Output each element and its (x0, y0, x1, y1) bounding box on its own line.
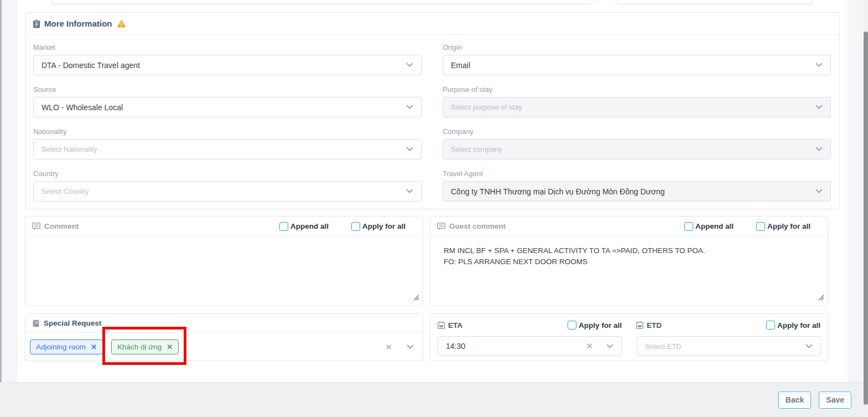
eta-select[interactable]: 14:30 ✕ (438, 336, 622, 356)
comment-textarea[interactable] (25, 236, 423, 306)
etd-apply-for-all-checkbox[interactable]: Apply for all (766, 321, 820, 330)
field-label-source: Source (33, 85, 422, 94)
calendar-icon (636, 321, 643, 329)
chevron-down-icon (815, 147, 823, 152)
calendar-icon (438, 321, 445, 329)
special-request-header: Special Request (25, 314, 423, 333)
scrollbar-track[interactable] (864, 0, 868, 417)
guest-comment-textarea[interactable]: RM INCL BF + SPA + GENERAL ACTIVITY TO T… (430, 236, 828, 306)
guest-comment-title: Guest comment (449, 222, 506, 230)
left-edge-strip (0, 0, 2, 417)
warning-icon (117, 19, 126, 28)
nationality-placeholder: Select Nationality (41, 145, 402, 153)
footer-bar: Back Save (0, 382, 864, 417)
chevron-down-icon (815, 63, 823, 68)
checkbox-icon[interactable] (756, 222, 765, 231)
field-label-market: Market (33, 43, 422, 52)
checkbox-icon[interactable] (279, 222, 288, 231)
guest-comment-header: Guest comment Append all Apply for all (430, 217, 828, 236)
chevron-down-icon[interactable] (606, 344, 614, 349)
comment-text (25, 229, 52, 255)
chevron-down-icon[interactable] (805, 344, 813, 349)
guest-apply-for-all-label: Apply for all (767, 222, 810, 230)
field-nationality: Nationality Select Nationality (33, 127, 422, 159)
company-select[interactable]: Select company (443, 139, 831, 159)
chevron-down-icon (406, 63, 413, 68)
chevron-down-icon (815, 189, 823, 194)
cutoff-panel-left (51, 0, 592, 4)
resize-handle-icon[interactable] (818, 293, 824, 303)
field-origin: Origin Email (443, 43, 831, 75)
eta-value: 14:30 (446, 342, 586, 351)
comment-icon (437, 223, 445, 230)
eta-header: ETA Apply for all (430, 321, 629, 330)
market-select[interactable]: DTA - Domestic Travel agent (33, 55, 422, 75)
guest-apply-for-all-checkbox[interactable]: Apply for all (756, 222, 810, 231)
field-label-purpose-of-stay: Purpose of stay (443, 85, 831, 94)
scrollbar-thumb[interactable] (864, 32, 868, 405)
cutoff-panel-right (616, 0, 813, 4)
chevron-down-icon[interactable] (407, 344, 414, 349)
comment-append-all-label: Append all (290, 222, 329, 230)
chevron-down-icon (815, 105, 823, 110)
field-source: Source WLO - Wholesale Local (33, 85, 422, 117)
guest-comment-box: Guest comment Append all Apply for all R… (430, 216, 828, 306)
field-label-company: Company (443, 127, 831, 136)
clear-icon[interactable]: ✕ (385, 342, 392, 352)
clipboard-icon (33, 19, 40, 28)
source-select[interactable]: WLO - Wholesale Local (33, 97, 422, 117)
origin-select-value: Email (451, 61, 811, 70)
tag-remove-icon[interactable]: ✕ (167, 343, 173, 351)
save-button[interactable]: Save (819, 392, 851, 409)
comment-apply-for-all-label: Apply for all (362, 222, 406, 230)
country-placeholder: Select Country (41, 187, 402, 195)
origin-select[interactable]: Email (443, 55, 831, 75)
eta-apply-for-all-checkbox[interactable]: Apply for all (568, 321, 622, 330)
special-request-box: Special Request Adjoining room ✕ Khách d… (25, 313, 423, 361)
field-label-nationality: Nationality (33, 127, 422, 136)
checkbox-icon[interactable] (351, 222, 360, 231)
chevron-down-icon (406, 189, 413, 194)
field-label-country: Country (33, 169, 422, 178)
company-placeholder: Select company (451, 145, 811, 153)
nationality-select[interactable]: Select Nationality (33, 139, 422, 159)
market-select-value: DTA - Domestic Travel agent (41, 61, 402, 70)
checkbox-icon[interactable] (684, 222, 693, 231)
more-information-header: More Information (26, 13, 839, 35)
travel-agent-select[interactable]: Công ty TNHH Thương mại Dịch vụ Đường Mò… (443, 181, 831, 202)
country-select[interactable]: Select Country (33, 181, 422, 202)
comment-append-all-checkbox[interactable]: Append all (279, 222, 329, 231)
clear-icon[interactable]: ✕ (586, 341, 593, 351)
checkbox-icon[interactable] (766, 321, 775, 330)
tag-remove-icon[interactable]: ✕ (91, 343, 97, 351)
reservation-more-info-page: More Information Market DTA - Domestic T… (0, 0, 868, 417)
chevron-down-icon (406, 105, 413, 110)
guest-append-all-label: Append all (695, 222, 734, 230)
special-request-title: Special Request (44, 319, 101, 327)
card-title: More Information (44, 19, 112, 28)
guest-append-all-checkbox[interactable]: Append all (684, 222, 734, 231)
etd-select[interactable]: Select ETD (637, 336, 821, 356)
comment-header: Comment Append all Apply for all (25, 217, 423, 236)
etd-placeholder: Select ETD (645, 342, 801, 351)
tag-khach-di-ung[interactable]: Khách dị ứng ✕ (111, 339, 179, 354)
purpose-of-stay-placeholder: Select purpose of stay (451, 103, 811, 111)
comment-box: Comment Append all Apply for all (25, 216, 423, 306)
tag-label: Khách dị ứng (117, 343, 162, 351)
field-label-origin: Origin (443, 43, 831, 52)
special-request-select[interactable]: Adjoining room ✕ Khách dị ứng ✕ ✕ (25, 333, 423, 361)
etd-header: ETD Apply for all (629, 321, 828, 330)
book-icon (32, 320, 40, 327)
eta-label: ETA (448, 321, 462, 330)
travel-agent-select-value: Công ty TNHH Thương mại Dịch vụ Đường Mò… (451, 187, 811, 196)
back-button[interactable]: Back (778, 392, 811, 409)
etd-label: ETD (647, 321, 662, 330)
etd-apply-for-all-label: Apply for all (777, 321, 820, 330)
tag-adjoining-room[interactable]: Adjoining room ✕ (30, 339, 103, 354)
comment-apply-for-all-checkbox[interactable]: Apply for all (351, 222, 406, 231)
resize-handle-icon[interactable] (413, 293, 419, 303)
field-country: Country Select Country (33, 169, 422, 202)
purpose-of-stay-select[interactable]: Select purpose of stay (443, 97, 831, 117)
checkbox-icon[interactable] (568, 321, 576, 330)
eta-etd-box: ETA Apply for all ETD Apply for all (430, 313, 828, 361)
